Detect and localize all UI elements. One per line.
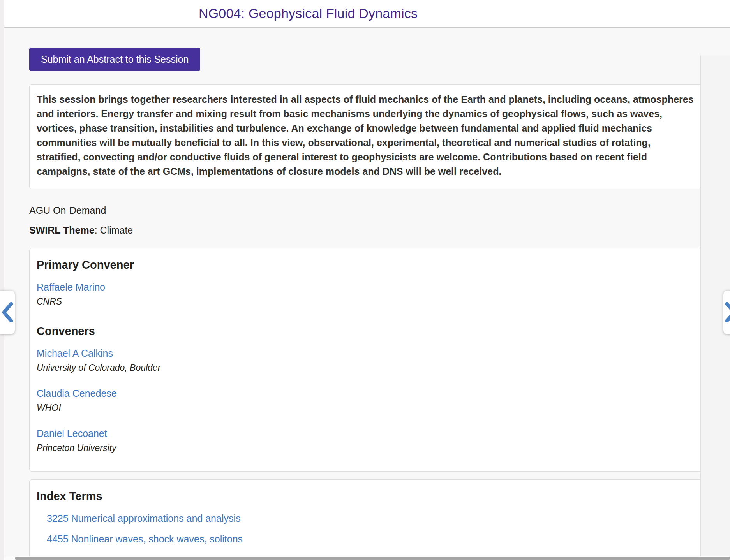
submit-abstract-button[interactable]: Submit an Abstract to this Session xyxy=(29,48,200,71)
convener-name-link[interactable]: Raffaele Marino xyxy=(37,282,105,293)
index-terms-heading: Index Terms xyxy=(37,490,695,503)
next-session-button[interactable] xyxy=(723,291,730,334)
convener-entry: Claudia Cenedese WHOI xyxy=(37,388,695,413)
index-terms-card: Index Terms 3225 Numerical approximation… xyxy=(29,479,702,559)
convener-affiliation: WHOI xyxy=(37,403,695,413)
convener-name-link[interactable]: Daniel Lecoanet xyxy=(37,428,107,439)
primary-convener-heading: Primary Convener xyxy=(37,259,695,271)
swirl-theme-value: : Climate xyxy=(95,225,133,236)
horizontal-scrollbar-thumb[interactable] xyxy=(15,557,730,560)
page-header: NG004: Geophysical Fluid Dynamics xyxy=(4,0,730,28)
convener-affiliation: Princeton University xyxy=(37,443,695,453)
page-header-inner: NG004: Geophysical Fluid Dynamics xyxy=(4,6,612,21)
convener-affiliation: University of Colorado, Boulder xyxy=(37,363,695,373)
index-term-link[interactable]: 3225 Numerical approximations and analys… xyxy=(47,513,695,524)
convener-name-link[interactable]: Claudia Cenedese xyxy=(37,388,117,399)
content-area: Submit an Abstract to this Session This … xyxy=(4,28,730,559)
chevron-right-icon xyxy=(725,302,730,322)
conveners-heading: Conveners xyxy=(37,325,695,338)
page-title: NG004: Geophysical Fluid Dynamics xyxy=(199,6,418,21)
agu-on-demand-label: AGU On-Demand xyxy=(29,205,730,216)
main-column: NG004: Geophysical Fluid Dynamics Submit… xyxy=(4,0,730,560)
chevron-left-icon xyxy=(2,302,13,322)
convener-entry: Michael A Calkins University of Colorado… xyxy=(37,348,695,373)
index-term-link[interactable]: 4455 Nonlinear waves, shock waves, solit… xyxy=(47,534,695,545)
session-description-card: This session brings together researchers… xyxy=(29,84,702,189)
convener-affiliation: CNRS xyxy=(37,296,695,307)
conveners-card: Primary Convener Raffaele Marino CNRS Co… xyxy=(29,248,702,472)
session-description-text: This session brings together researchers… xyxy=(37,92,695,179)
previous-session-button[interactable] xyxy=(0,291,15,334)
page: NG004: Geophysical Fluid Dynamics Submit… xyxy=(0,0,730,560)
swirl-theme-label: SWIRL Theme xyxy=(29,225,95,236)
convener-name-link[interactable]: Michael A Calkins xyxy=(37,348,113,359)
primary-convener-entry: Raffaele Marino CNRS xyxy=(37,282,695,307)
left-edge-strip xyxy=(0,0,4,560)
convener-entry: Daniel Lecoanet Princeton University xyxy=(37,428,695,453)
swirl-theme-line: SWIRL Theme: Climate xyxy=(29,225,730,236)
horizontal-scrollbar[interactable] xyxy=(4,556,730,560)
